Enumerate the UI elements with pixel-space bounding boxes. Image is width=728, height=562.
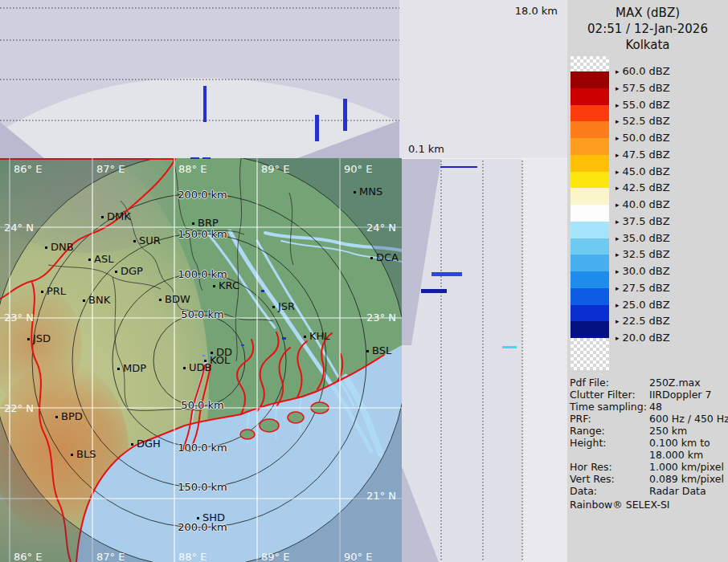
tick-text: 50.0 dBZ xyxy=(623,132,670,144)
tick-text: 45.0 dBZ xyxy=(623,165,670,177)
lon-label: 89° E xyxy=(261,551,289,562)
city-label: SHD xyxy=(202,511,225,523)
legend-title: MAX (dBZ) 02:51 / 12-Jan-2026 Kolkata xyxy=(567,5,728,53)
lat-label: 21° N xyxy=(366,490,396,502)
cross-section-echo-bar xyxy=(431,272,462,276)
city-dot xyxy=(183,367,186,369)
tick-arrow-icon: ▸ xyxy=(616,234,620,242)
lon-label: 90° E xyxy=(344,163,372,175)
lon-label: 88° E xyxy=(178,163,207,175)
info-value: 250 km xyxy=(649,425,726,437)
tick-text: 27.5 dBZ xyxy=(623,282,670,294)
city-dot xyxy=(354,191,356,193)
tick-text: 47.5 dBZ xyxy=(623,149,670,161)
info-label: Pdf File: xyxy=(570,377,649,389)
city-label: BNK xyxy=(88,294,110,306)
city-dot xyxy=(115,271,117,273)
legend-tick-label: ▸52.5 dBZ xyxy=(616,115,670,128)
city-label: UDB xyxy=(189,361,211,373)
radar-echo-mark xyxy=(202,355,205,356)
info-value: 48 xyxy=(649,401,726,413)
info-row: Height:0.100 km to xyxy=(570,437,726,449)
tick-arrow-icon: ▸ xyxy=(616,184,620,192)
tick-text: 35.0 dBZ xyxy=(623,232,670,244)
city-dot xyxy=(41,291,43,293)
lat-label: 24° N xyxy=(4,222,34,234)
tick-arrow-icon: ▸ xyxy=(616,117,620,125)
info-row: Time sampling:48 xyxy=(570,401,726,413)
lon-label: 89° E xyxy=(261,163,289,175)
city-dot xyxy=(71,454,73,456)
tick-arrow-icon: ▸ xyxy=(616,301,620,309)
legend-band xyxy=(571,138,609,155)
legend-band xyxy=(571,255,609,271)
tick-arrow-icon: ▸ xyxy=(616,134,620,142)
city-label: BLS xyxy=(76,448,96,460)
software-credit: Rainbow® SELEX-SI xyxy=(570,499,670,511)
tick-text: 55.0 dBZ xyxy=(623,99,670,111)
radar-echo-mark xyxy=(241,344,244,346)
tick-text: 52.5 dBZ xyxy=(623,115,670,127)
info-value: 600 Hz / 450 Hz xyxy=(649,413,728,425)
tick-text: 40.0 dBZ xyxy=(623,198,670,210)
city-dot xyxy=(366,350,369,352)
right-cross-section-panel xyxy=(399,158,567,562)
city-dot xyxy=(55,416,58,418)
info-value: 18.000 km xyxy=(649,449,726,461)
lon-label: 86° E xyxy=(14,551,42,562)
info-value: 0.089 km/pixel xyxy=(649,473,726,485)
tick-arrow-icon: ▸ xyxy=(616,168,620,176)
tick-text: 60.0 dBZ xyxy=(623,65,670,77)
city-dot xyxy=(83,299,85,302)
legend-band xyxy=(571,288,609,305)
tick-text: 37.5 dBZ xyxy=(623,215,670,227)
dbz-color-bar xyxy=(571,56,609,370)
radar-echo-mark xyxy=(202,157,211,159)
info-label xyxy=(570,449,649,461)
range-ring-label: 100.0 km xyxy=(178,268,227,280)
info-label: Height: xyxy=(570,437,649,449)
city-dot xyxy=(27,338,30,340)
top-cross-section-art xyxy=(0,0,399,158)
product-info-block: Pdf File:250Z.maxClutter Filter:IIRDoppl… xyxy=(570,377,726,497)
city-dot xyxy=(213,285,215,287)
tick-arrow-icon: ▸ xyxy=(616,284,620,292)
legend-tick-label: ▸27.5 dBZ xyxy=(616,282,670,295)
legend-band xyxy=(571,321,609,338)
product-title: MAX (dBZ) xyxy=(567,5,728,21)
min-height-label: 0.1 km xyxy=(408,143,444,155)
tick-text: 32.5 dBZ xyxy=(623,248,670,260)
city-label: BSL xyxy=(372,344,391,356)
info-row: Hor Res:1.000 km/pixel xyxy=(570,461,726,473)
radar-display-window: 18.0 km 0.1 km xyxy=(0,0,728,562)
city-dot xyxy=(159,299,162,301)
legend-tick-label: ▸37.5 dBZ xyxy=(616,215,670,228)
radar-map[interactable]: 86° E86° E87° E87° E88° E88° E89° E89° E… xyxy=(0,158,402,562)
info-row: PRF:600 Hz / 450 Hz xyxy=(570,413,726,425)
city-label: BDW xyxy=(165,293,190,305)
city-dot xyxy=(88,259,91,261)
tick-text: 42.5 dBZ xyxy=(623,181,670,193)
legend-tick-label: ▸50.0 dBZ xyxy=(616,132,670,145)
tick-text: 20.0 dBZ xyxy=(623,332,670,344)
info-row: Clutter Filter:IIRDoppler 7 xyxy=(570,389,726,401)
lon-label: 88° E xyxy=(178,551,207,562)
lon-label: 87° E xyxy=(96,163,125,175)
radar-echo-mark xyxy=(211,356,212,358)
legend-panel: MAX (dBZ) 02:51 / 12-Jan-2026 Kolkata ▸6… xyxy=(567,0,728,562)
legend-tick-label: ▸47.5 dBZ xyxy=(616,149,670,161)
legend-tick-label: ▸55.0 dBZ xyxy=(616,99,670,112)
legend-band xyxy=(571,172,609,189)
legend-tick-label: ▸40.0 dBZ xyxy=(616,198,670,211)
tick-arrow-icon: ▸ xyxy=(616,250,620,259)
info-value: 250Z.max xyxy=(649,377,726,389)
info-row: Data:Radar Data xyxy=(570,485,726,497)
tick-arrow-icon: ▸ xyxy=(616,84,620,92)
city-label: KOL xyxy=(210,354,230,366)
station-name: Kolkata xyxy=(567,37,728,53)
city-label: JSR xyxy=(278,300,295,312)
cross-section-echo-bar xyxy=(343,99,347,131)
tick-text: 22.5 dBZ xyxy=(623,315,670,327)
radar-echo-mark xyxy=(261,290,264,292)
city-label: DGP xyxy=(121,265,143,277)
